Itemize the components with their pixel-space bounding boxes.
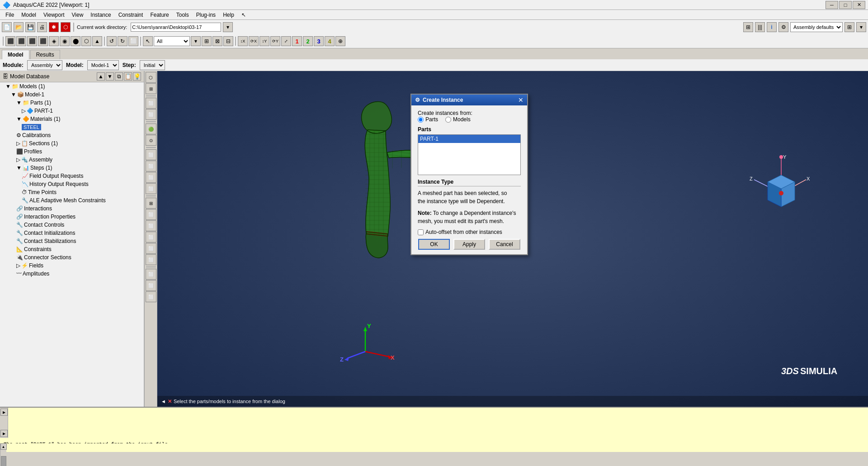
- tree-field-output[interactable]: 📈 Field Output Requests: [0, 172, 144, 180]
- transform5[interactable]: ⤢: [281, 36, 291, 46]
- vtb-btn18[interactable]: ⬜: [146, 291, 156, 302]
- scroll-up-btn[interactable]: ▲: [0, 443, 7, 450]
- output-text-area[interactable]: The part "PART-1" has been imported from…: [0, 438, 868, 443]
- status-cancel-icon[interactable]: ✕: [168, 399, 172, 404]
- new-button[interactable]: 📄: [2, 22, 12, 32]
- model-select[interactable]: Model-1: [87, 60, 119, 70]
- output-scrollbar[interactable]: ▲ ▼: [0, 443, 6, 466]
- num1[interactable]: 1: [292, 36, 302, 46]
- tree-profiles[interactable]: ⬛ Profiles: [0, 147, 144, 156]
- num2[interactable]: 2: [303, 36, 313, 46]
- tree-up-btn[interactable]: ▲: [97, 72, 105, 81]
- view-iso[interactable]: ⬛: [5, 36, 15, 46]
- vtb-btn11[interactable]: ⬜: [146, 209, 156, 220]
- menu-cursor[interactable]: ↖: [238, 11, 250, 19]
- viewport[interactable]: Y X Z Y Z X: [157, 71, 868, 407]
- columns-icon[interactable]: |||: [755, 22, 765, 32]
- tree-part1[interactable]: ▷ 🔷 PART-1: [0, 107, 144, 115]
- tree-fields[interactable]: ▷ ⚡ Fields: [0, 262, 144, 270]
- tree-constraints[interactable]: 📐 Constraints: [0, 245, 144, 253]
- sel-btn1[interactable]: ▾: [191, 36, 201, 46]
- view-control1[interactable]: ⊞: [844, 22, 854, 32]
- ok-button[interactable]: OK: [418, 239, 450, 250]
- transform2[interactable]: ⟳X: [249, 36, 259, 46]
- vtb-btn4[interactable]: 🟢: [146, 124, 156, 134]
- vtb-grid[interactable]: ⊞: [146, 83, 156, 94]
- radio-models[interactable]: [445, 117, 451, 123]
- tree-connector-sections[interactable]: 🔌 Connector Sections: [0, 253, 144, 262]
- sel-btn3[interactable]: ⊠: [212, 36, 222, 46]
- settings-icon[interactable]: ⚙: [778, 22, 788, 32]
- view-front[interactable]: ⬛: [16, 36, 26, 46]
- menu-constraint[interactable]: Constraint: [115, 11, 147, 19]
- maximize-button[interactable]: □: [839, 1, 852, 9]
- view-side[interactable]: ⬛: [38, 36, 48, 46]
- save-button[interactable]: 💾: [25, 22, 35, 32]
- menu-feature[interactable]: Feature: [146, 11, 172, 19]
- info-icon[interactable]: i: [767, 22, 777, 32]
- vtb-btn10[interactable]: ⊞: [146, 198, 156, 209]
- vtb-create-instance[interactable]: ⬡: [146, 72, 156, 83]
- tree-parts[interactable]: ▼ 📁 Parts (1): [0, 99, 144, 107]
- undo-btn[interactable]: ↺: [107, 36, 117, 46]
- tree-materials[interactable]: ▼ 🔶 Materials (1): [0, 115, 144, 123]
- cancel-button[interactable]: Cancel: [489, 239, 520, 250]
- grid-icon[interactable]: ⊞: [743, 22, 753, 32]
- radio-parts-label[interactable]: Parts: [418, 116, 438, 123]
- material-button[interactable]: ⬡: [61, 22, 71, 32]
- tree-models[interactable]: ▼ 📁 Models (1): [0, 82, 144, 90]
- menu-model[interactable]: Model: [18, 11, 40, 19]
- vtb-btn17[interactable]: ⬜: [146, 280, 156, 291]
- tree-contact-stab[interactable]: 🔧 Contact Stabilizations: [0, 237, 144, 245]
- transform3[interactable]: ↕Y: [259, 36, 269, 46]
- minimize-button[interactable]: ─: [826, 1, 838, 9]
- vtb-btn7[interactable]: ⬜: [146, 161, 156, 171]
- view-shade1[interactable]: ◈: [49, 36, 59, 46]
- cwd-input[interactable]: [131, 23, 221, 32]
- tree-paste-btn[interactable]: 📋: [124, 72, 132, 81]
- tree-interactions[interactable]: 🔗 Interactions: [0, 204, 144, 213]
- tree-calibrations[interactable]: ⚙ Calibrations: [0, 131, 144, 139]
- view-control2[interactable]: ▾: [856, 22, 866, 32]
- tree-contact-controls[interactable]: 🔧 Contact Controls: [0, 221, 144, 229]
- view-shade2[interactable]: ◉: [60, 36, 70, 46]
- radio-parts[interactable]: [418, 117, 424, 123]
- vtb-btn9[interactable]: ⬜: [146, 183, 156, 194]
- parts-listbox-item[interactable]: PART-1: [418, 135, 520, 143]
- cursor-select[interactable]: ↖: [143, 36, 153, 46]
- vtb-btn15[interactable]: ⬜: [146, 254, 156, 265]
- tree-interaction-props[interactable]: 🔗 Interaction Properties: [0, 213, 144, 221]
- selector-all[interactable]: All: [154, 36, 190, 46]
- vtb-btn2[interactable]: ⬜: [146, 98, 156, 109]
- apply-button[interactable]: Apply: [453, 239, 485, 250]
- num3[interactable]: 3: [314, 36, 324, 46]
- vtb-btn8[interactable]: ⬜: [146, 172, 156, 183]
- tree-time-points[interactable]: ⏱ Time Points: [0, 188, 144, 196]
- vtb-btn3[interactable]: ⬜: [146, 109, 156, 120]
- menu-plugins[interactable]: Plug-ins: [193, 11, 219, 19]
- sketch-button[interactable]: ✱: [49, 22, 59, 32]
- tab-model[interactable]: Model: [2, 50, 29, 59]
- transform4[interactable]: ⟳Y: [270, 36, 280, 46]
- assembly-defaults-select[interactable]: Assembly defaults: [790, 22, 843, 32]
- menu-instance[interactable]: Instance: [87, 11, 114, 19]
- view-wire[interactable]: ⬡: [81, 36, 91, 46]
- cwd-dropdown[interactable]: ▾: [223, 22, 233, 32]
- vtb-btn12[interactable]: ⬜: [146, 220, 156, 231]
- step-select[interactable]: Initial: [140, 60, 165, 70]
- vtb-btn5[interactable]: ⊙: [146, 135, 156, 146]
- menu-file[interactable]: File: [2, 11, 18, 19]
- open-button[interactable]: 📂: [14, 22, 24, 32]
- redo-btn[interactable]: ↻: [118, 36, 127, 46]
- tree-steel[interactable]: STEEL: [0, 123, 144, 131]
- view-shade3[interactable]: ⬤: [71, 36, 80, 46]
- print-button[interactable]: 🖨: [37, 22, 47, 32]
- radio-models-label[interactable]: Models: [445, 116, 471, 123]
- view-shade4[interactable]: ▲: [92, 36, 102, 46]
- tree-history-output[interactable]: 📉 History Output Requests: [0, 180, 144, 188]
- menu-view[interactable]: View: [68, 11, 87, 19]
- view-top[interactable]: ⬛: [27, 36, 37, 46]
- tree-copy-btn[interactable]: ⧉: [115, 72, 123, 81]
- vtb-btn14[interactable]: ⬜: [146, 243, 156, 254]
- tree-model1[interactable]: ▼ 📦 Model-1: [0, 90, 144, 99]
